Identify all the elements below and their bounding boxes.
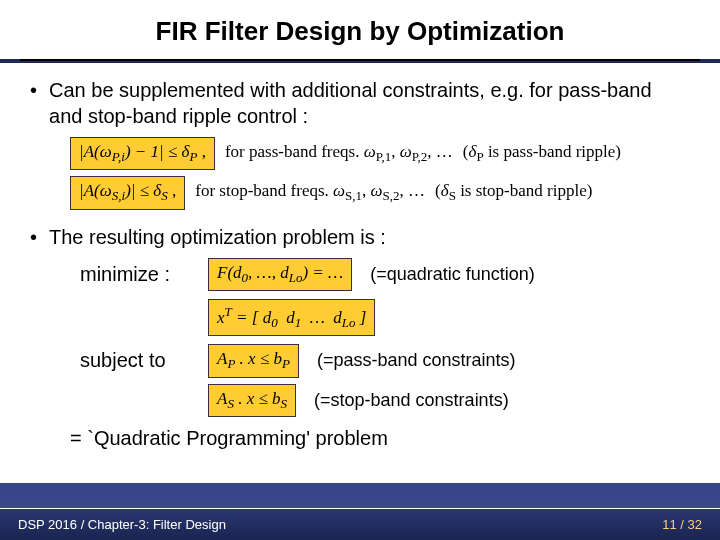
page-sep: / (677, 517, 688, 532)
formula-passband-ineq: |A(ωP,i) − 1| ≤ δP , (70, 137, 215, 170)
conclusion-text: = `Quadratic Programming' problem (70, 427, 690, 450)
content-area: • Can be supplemented with additional co… (0, 63, 720, 483)
slide-title: FIR Filter Design by Optimization (20, 16, 700, 47)
subject-to-line: subject to AP . x ≤ bP (=pass-band const… (80, 344, 690, 377)
formula-stopband-note: for stop-band freqs. ωS,1, ωS,2, … (195, 181, 425, 204)
divider-top (20, 59, 700, 61)
footer-left: DSP 2016 / Chapter-3: Filter Design (18, 517, 226, 532)
bullet-1-text: Can be supplemented with additional cons… (49, 77, 690, 129)
bullet-mark: • (30, 77, 37, 103)
formula-passband-row: |A(ωP,i) − 1| ≤ δP , for pass-band freqs… (70, 137, 690, 170)
pass-constraint-formula: AP . x ≤ bP (208, 344, 299, 377)
formula-passband-ripple: (δP is pass-band ripple) (463, 142, 621, 165)
formula-stopband-ripple: (δS is stop-band ripple) (435, 181, 592, 204)
quadratic-note: (=quadratic function) (370, 264, 535, 285)
subject-label: subject to (80, 349, 190, 372)
objective-formula: F(d0, …, dLo) = … (208, 258, 352, 291)
bullet-2: • The resulting optimization problem is … (30, 224, 690, 250)
xvec-formula: xT = [ d0 d1 … dLo ] (208, 299, 375, 336)
bullet-2-text: The resulting optimization problem is : (49, 224, 386, 250)
bullet-mark: • (30, 224, 37, 250)
page-current: 11 (662, 517, 676, 532)
formula-stopband-ineq: |A(ωS,i)| ≤ δS , (70, 176, 185, 209)
bullet-1: • Can be supplemented with additional co… (30, 77, 690, 129)
xvec-line: xT = [ d0 d1 … dLo ] (80, 299, 690, 336)
footer: DSP 2016 / Chapter-3: Filter Design 11 /… (0, 508, 720, 540)
stop-constraint-line: AS . x ≤ bS (=stop-band constraints) (80, 384, 690, 417)
minimize-line: minimize : F(d0, …, dLo) = … (=quadratic… (80, 258, 690, 291)
minimize-label: minimize : (80, 263, 190, 286)
stop-constraint-note: (=stop-band constraints) (314, 390, 509, 411)
title-bar: FIR Filter Design by Optimization (0, 0, 720, 59)
pass-constraint-note: (=pass-band constraints) (317, 350, 516, 371)
page-indicator: 11 / 32 (662, 517, 702, 532)
page-total: 32 (688, 517, 702, 532)
formula-stopband-row: |A(ωS,i)| ≤ δS , for stop-band freqs. ωS… (70, 176, 690, 209)
stop-constraint-formula: AS . x ≤ bS (208, 384, 296, 417)
slide: FIR Filter Design by Optimization • Can … (0, 0, 720, 540)
formula-passband-note: for pass-band freqs. ωP,1, ωP,2, … (225, 142, 453, 165)
